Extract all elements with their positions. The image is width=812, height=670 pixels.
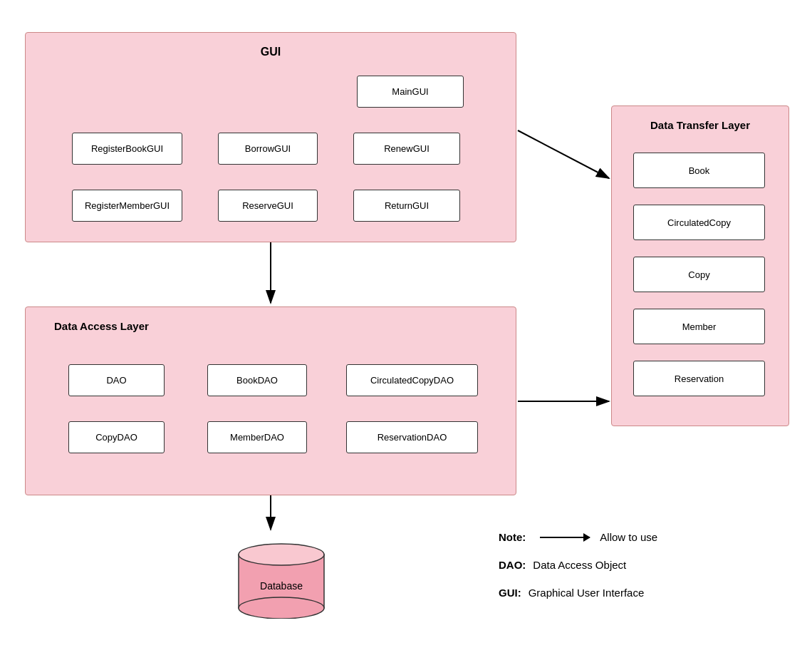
returngui-label: ReturnGUI (385, 200, 429, 211)
legend-note-row: Note: Allow to use (499, 531, 657, 543)
renewgui-box: RenewGUI (353, 133, 460, 165)
book-box: Book (633, 153, 765, 188)
reservationdao-box: ReservationDAO (346, 421, 478, 453)
copy-box: Copy (633, 257, 765, 292)
copy-label: Copy (688, 269, 709, 280)
dal-layer-label: Data Access Layer (54, 320, 149, 332)
registerbookgui-label: RegisterBookGUI (91, 143, 163, 154)
legend-gui-desc: Graphical User Interface (529, 587, 645, 599)
registermembergui-label: RegisterMemberGUI (85, 200, 170, 211)
reservegui-label: ReserveGUI (242, 200, 293, 211)
legend: Note: Allow to use DAO: Data Access Obje… (499, 531, 657, 614)
dtl-layer-label: Data Transfer Layer (650, 119, 750, 131)
diagram-container: GUI MainGUI RegisterBookGUI BorrowGUI Re… (0, 0, 812, 670)
svg-text:Database: Database (260, 580, 303, 592)
member-box: Member (633, 309, 765, 344)
svg-point-1 (239, 597, 324, 619)
reservation-label: Reservation (675, 373, 724, 384)
legend-dao-label: DAO: (499, 559, 526, 571)
circulatedcopydao-label: CirculatedCopyDAO (370, 375, 454, 386)
reservation-box: Reservation (633, 361, 765, 396)
memberdao-label: MemberDAO (230, 432, 284, 443)
legend-note-desc: Allow to use (600, 531, 657, 543)
maingui-label: MainGUI (392, 86, 428, 97)
registerbookgui-box: RegisterBookGUI (72, 133, 182, 165)
memberdao-box: MemberDAO (207, 421, 307, 453)
dao-box: DAO (68, 364, 165, 396)
dal-layer: Data Access Layer DAO BookDAO Circulated… (25, 306, 516, 495)
database-icon: Database (228, 533, 335, 619)
bookdao-box: BookDAO (207, 364, 307, 396)
legend-note-label: Note: (499, 531, 526, 543)
circulatedcopy-box: CirculatedCopy (633, 205, 765, 240)
copydao-box: CopyDAO (68, 421, 165, 453)
gui-layer: GUI MainGUI RegisterBookGUI BorrowGUI Re… (25, 32, 516, 242)
book-label: Book (689, 165, 710, 176)
registermembergui-box: RegisterMemberGUI (72, 190, 182, 222)
legend-arrow-icon (540, 537, 590, 538)
dao-label: DAO (106, 375, 126, 386)
gui-layer-label: GUI (261, 46, 281, 58)
legend-gui-row: GUI: Graphical User Interface (499, 587, 657, 599)
circulatedcopydao-box: CirculatedCopyDAO (346, 364, 478, 396)
bookdao-label: BookDAO (236, 375, 278, 386)
legend-gui-label: GUI: (499, 587, 521, 599)
circulatedcopy-label: CirculatedCopy (667, 217, 731, 228)
gui-to-dtl-arrow (518, 130, 609, 178)
svg-point-2 (239, 544, 324, 565)
legend-dao-desc: Data Access Object (533, 559, 626, 571)
maingui-box: MainGUI (357, 76, 464, 108)
reservationdao-label: ReservationDAO (378, 432, 447, 443)
reservegui-box: ReserveGUI (218, 190, 318, 222)
returngui-box: ReturnGUI (353, 190, 460, 222)
renewgui-label: RenewGUI (384, 143, 430, 154)
borrowgui-label: BorrowGUI (245, 143, 291, 154)
copydao-label: CopyDAO (95, 432, 137, 443)
database-container: Database (228, 533, 335, 619)
legend-dao-row: DAO: Data Access Object (499, 559, 657, 571)
borrowgui-box: BorrowGUI (218, 133, 318, 165)
member-label: Member (682, 321, 717, 332)
dtl-layer: Data Transfer Layer Book CirculatedCopy … (611, 105, 789, 426)
